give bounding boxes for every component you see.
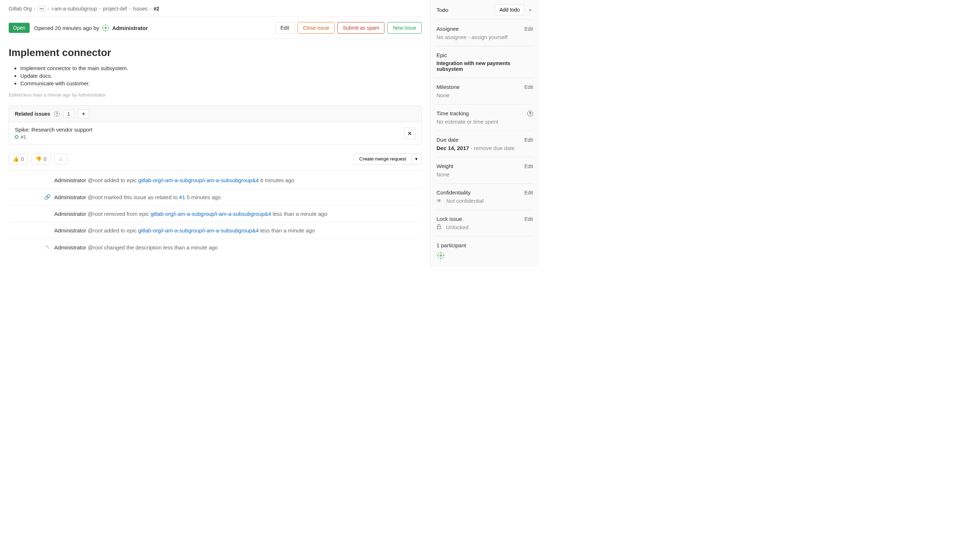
add-todo-button[interactable]: Add todo [495, 4, 524, 15]
issue-open-status-icon [15, 135, 18, 139]
eye-icon: 👁 [436, 198, 442, 204]
issue-sidebar: Todo Add todo » Assignee Edit No assigne… [430, 0, 539, 267]
milestone-edit[interactable]: Edit [524, 84, 533, 90]
lock-value: Unlocked [446, 224, 469, 230]
lock-label: Lock issue [436, 216, 462, 222]
weight-label: Weight [436, 163, 453, 169]
activity-author[interactable]: Administrator [54, 211, 86, 217]
svg-point-13 [440, 258, 442, 259]
status-badge: Open [9, 23, 30, 33]
thumbs-down-button[interactable]: 👎 0 [32, 154, 51, 165]
activity-handle: @root [88, 194, 103, 200]
svg-point-16 [438, 257, 439, 259]
svg-point-0 [105, 27, 107, 29]
confidentiality-edit[interactable]: Edit [524, 190, 533, 195]
chevron-right-icon: › [129, 6, 131, 11]
activity-handle: @root [88, 227, 103, 233]
breadcrumb-subgroup[interactable]: i-am-a-subsubgroup [52, 6, 97, 11]
activity-time: 5 minutes ago [185, 194, 221, 200]
activity-author[interactable]: Administrator [54, 177, 86, 183]
chevron-right-icon: › [99, 6, 101, 11]
issue-title: Implement connector [9, 47, 422, 59]
epic-value[interactable]: Integration with new payments subsystem [436, 60, 533, 72]
time-tracking-label: Time tracking [436, 110, 469, 116]
desc-bullet: Communicate with customer. [20, 80, 422, 86]
activity-feed: Administrator @root added to epic gitlab… [9, 171, 422, 256]
issue-description: Implement connector to the main subsyste… [9, 65, 422, 86]
breadcrumb-section[interactable]: Issues [133, 6, 148, 11]
new-issue-button[interactable]: New issue [387, 22, 422, 33]
collapse-sidebar-icon[interactable]: » [527, 5, 533, 14]
author-name[interactable]: Administrator [112, 25, 148, 31]
lock-open-icon [436, 224, 442, 230]
activity-time: less than a minute ago [259, 227, 315, 233]
related-issues-panel: Related issues ? 1 ＋ Spike: Research ven… [9, 106, 422, 144]
assignee-value: No assignee - [436, 34, 472, 40]
assignee-edit[interactable]: Edit [524, 26, 533, 32]
related-issue-title[interactable]: Spike: Research vendor support [15, 127, 92, 133]
time-tracking-help-icon[interactable]: ? [527, 111, 533, 116]
svg-point-5 [103, 25, 104, 26]
activity-link[interactable]: #1 [179, 194, 185, 200]
thumbs-up-button[interactable]: 👍 0 [9, 154, 28, 165]
activity-link[interactable]: gitlab-org/i-am-a-subgroup/i-am-a-subsub… [138, 177, 259, 183]
weight-value: None [436, 171, 533, 178]
svg-point-3 [105, 24, 106, 25]
activity-action: changed the description [103, 244, 164, 251]
svg-point-17 [442, 257, 444, 259]
todo-label: Todo [436, 7, 449, 13]
svg-point-8 [107, 30, 108, 31]
chevron-right-icon: › [48, 6, 49, 11]
epic-block: Epic Integration with new payments subsy… [436, 46, 533, 78]
svg-point-12 [440, 252, 442, 253]
participant-avatar-icon[interactable] [436, 251, 445, 260]
add-reaction-button[interactable]: ☺ [54, 154, 67, 165]
svg-point-7 [103, 30, 104, 31]
issue-status-row: Open Opened 20 minutes ago by Administra… [9, 17, 422, 39]
create-mr-dropdown-toggle[interactable]: ▾ [412, 153, 422, 165]
breadcrumb-org[interactable]: Gitlab Org [9, 6, 32, 11]
related-issue-ref[interactable]: #1 [21, 134, 26, 140]
lock-edit[interactable]: Edit [524, 216, 533, 222]
time-tracking-value: No estimate or time spent [436, 119, 533, 125]
weight-block: Weight Edit None [436, 157, 533, 184]
due-date-edit[interactable]: Edit [524, 137, 533, 143]
breadcrumb-ellipsis[interactable]: ••• [38, 6, 46, 11]
participants-block: 1 participant [436, 237, 533, 267]
opened-text: Opened 20 minutes ago by [34, 25, 99, 31]
activity-item: Administrator @root removed from epic gi… [9, 206, 422, 222]
due-date-label: Due date [436, 137, 458, 143]
assign-yourself-link[interactable]: assign yourself [472, 34, 508, 40]
opened-by: Opened 20 minutes ago by Administrator [34, 24, 148, 32]
activity-handle: @root [88, 244, 103, 251]
help-icon[interactable]: ? [54, 111, 60, 117]
remove-related-issue-button[interactable]: ✕ [404, 128, 415, 139]
submit-spam-button[interactable]: Submit as spam [337, 22, 384, 33]
svg-point-11 [443, 255, 444, 256]
remove-due-date-link[interactable]: - remove due date [469, 145, 515, 151]
svg-point-10 [437, 255, 439, 256]
link-icon: 🔗 [44, 194, 51, 200]
activity-handle: @root [88, 211, 103, 217]
activity-link[interactable]: gitlab-org/i-am-a-subgroup/i-am-a-subsub… [150, 211, 271, 217]
weight-edit[interactable]: Edit [524, 164, 533, 169]
due-date-block: Due date Edit Dec 14, 2017 - remove due … [436, 131, 533, 157]
desc-bullet: Implement connector to the main subsyste… [20, 65, 422, 71]
activity-time: less than a minute ago [271, 211, 327, 217]
epic-label: Epic [436, 52, 447, 58]
edit-button[interactable]: Edit [275, 22, 295, 33]
breadcrumb-project[interactable]: project-def [103, 6, 127, 11]
confidentiality-block: Confidentiality Edit 👁 Not confidential [436, 184, 533, 210]
thumbs-up-count: 0 [21, 156, 24, 162]
activity-author[interactable]: Administrator [54, 244, 86, 251]
activity-item: Administrator @root added to epic gitlab… [9, 222, 422, 239]
breadcrumb: Gitlab Org › ••• › i-am-a-subsubgroup › … [9, 4, 422, 17]
smiley-icon: ☺ [58, 156, 63, 162]
activity-author[interactable]: Administrator [54, 227, 86, 233]
close-issue-button[interactable]: Close issue [298, 22, 334, 33]
svg-point-14 [438, 253, 439, 254]
activity-author[interactable]: Administrator [54, 194, 86, 200]
activity-link[interactable]: gitlab-org/i-am-a-subgroup/i-am-a-subsub… [138, 227, 259, 233]
add-related-issue-button[interactable]: ＋ [78, 110, 89, 118]
create-merge-request-button[interactable]: Create merge request [354, 153, 412, 165]
